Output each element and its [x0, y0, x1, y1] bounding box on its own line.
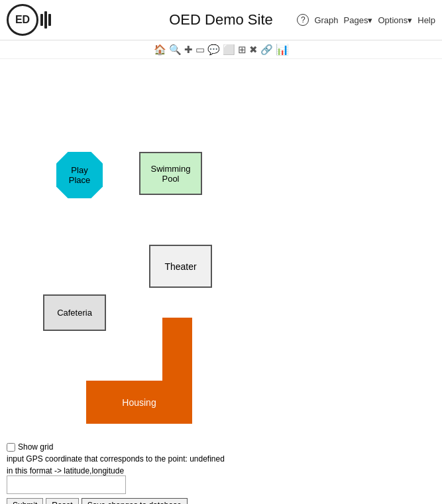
show-grid-checkbox[interactable] — [7, 443, 15, 452]
nav-links: ? Graph Pages▾ Options▾ Help — [297, 14, 435, 26]
reset-button[interactable]: Reset — [46, 498, 78, 504]
gps-format: in this format -> latitude,longitude — [7, 466, 435, 475]
gps-label: input GPS coordinate that corresponds to… — [7, 454, 435, 464]
housing-label: Housing — [122, 397, 156, 408]
buttons-row: Submit Reset Save changes to database — [7, 498, 435, 504]
gps-input[interactable] — [7, 475, 126, 494]
logo-text: ED — [15, 14, 30, 26]
canvas-area: Play Place Swimming Pool Theater Cafeter… — [0, 59, 442, 437]
toolbar-box-icon[interactable]: ⬜ — [223, 44, 235, 56]
nav-help[interactable]: Help — [417, 15, 435, 25]
help-icon[interactable]: ? — [297, 14, 309, 26]
toolbar-zoom-icon[interactable]: 🔍 — [169, 44, 182, 56]
play-place-shape[interactable]: Play Place — [56, 152, 103, 198]
logo-icon: ED — [7, 4, 38, 36]
swimming-pool-label: Swimming Pool — [151, 164, 191, 184]
header: ED OED Demo Site ? Graph Pages▾ Options▾… — [0, 0, 442, 40]
swimming-pool-shape[interactable]: Swimming Pool — [139, 152, 202, 195]
wave3 — [48, 14, 51, 26]
nav-graph[interactable]: Graph — [314, 15, 338, 25]
toolbar-rect-icon[interactable]: ▭ — [195, 44, 205, 56]
wave2 — [44, 11, 47, 29]
toolbar: 🏠 🔍 ✚ ▭ 💬 ⬜ ⊞ ✖ 🔗 📊 — [0, 40, 442, 59]
toolbar-grid-icon[interactable]: ⊞ — [238, 44, 247, 56]
bottom-controls: Show grid input GPS coordinate that corr… — [0, 437, 442, 504]
logo-area: ED — [7, 4, 52, 36]
cafeteria-label: Cafeteria — [57, 308, 92, 318]
save-button[interactable]: Save changes to database — [82, 498, 188, 504]
housing-bottom-part: Housing — [86, 381, 192, 424]
toolbar-chat-icon[interactable]: 💬 — [207, 44, 220, 56]
toolbar-close-icon[interactable]: ✖ — [249, 44, 258, 56]
show-grid-label[interactable]: Show grid — [18, 442, 53, 452]
toolbar-chart-icon[interactable]: 📊 — [276, 43, 289, 56]
theater-shape[interactable]: Theater — [149, 245, 212, 288]
toolbar-add-icon[interactable]: ✚ — [184, 44, 193, 56]
toolbar-link-icon[interactable]: 🔗 — [260, 44, 273, 56]
toolbar-home-icon[interactable]: 🏠 — [154, 44, 166, 56]
play-place-label: Play Place — [69, 165, 91, 185]
submit-button[interactable]: Submit — [7, 498, 43, 504]
page-title: OED Demo Site — [169, 11, 273, 29]
housing-top-part — [162, 318, 192, 381]
cafeteria-shape[interactable]: Cafeteria — [43, 294, 106, 331]
nav-options[interactable]: Options▾ — [378, 15, 412, 25]
wave1 — [40, 14, 43, 26]
logo-waves — [40, 11, 52, 29]
show-grid-row: Show grid — [7, 442, 435, 452]
nav-pages[interactable]: Pages▾ — [344, 15, 373, 25]
theater-label: Theater — [164, 261, 196, 272]
